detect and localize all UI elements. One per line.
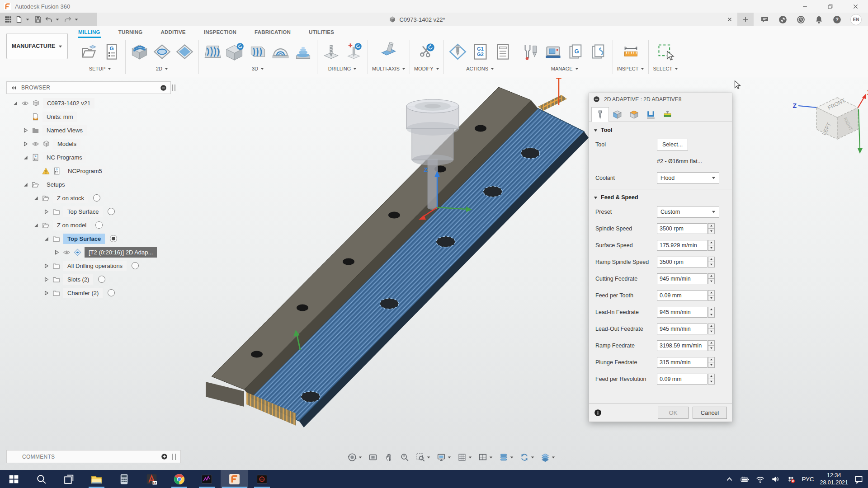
ribbon-group-label-modify[interactable]: MODIFY xyxy=(414,66,439,71)
caret-icon[interactable] xyxy=(75,18,78,21)
tri-closed-icon[interactable] xyxy=(43,290,49,296)
volume-icon[interactable] xyxy=(771,474,780,484)
operation-radio[interactable] xyxy=(132,262,139,269)
dialog-tab-linking-tab[interactable] xyxy=(659,108,676,122)
nav-viewports-button[interactable] xyxy=(477,451,494,463)
nav-display-settings-button[interactable] xyxy=(435,451,452,463)
info-icon[interactable] xyxy=(594,409,602,417)
tree-item-label[interactable]: Units: mm xyxy=(42,112,77,122)
operation-radio[interactable] xyxy=(108,289,115,296)
ribbon-group-label-multi-axis[interactable]: MULTI-AXIS xyxy=(372,66,406,71)
wifi-icon[interactable] xyxy=(755,474,765,484)
plus-circle-icon[interactable] xyxy=(161,453,168,460)
operation-radio[interactable] xyxy=(93,194,100,202)
tree-item-label[interactable]: Models xyxy=(53,139,80,149)
minus-circle-icon[interactable] xyxy=(593,96,600,103)
ribbon-tab-inspection[interactable]: INSPECTION xyxy=(203,27,237,37)
operation-radio[interactable] xyxy=(110,235,117,242)
nav-zoom-tool-button[interactable] xyxy=(399,451,410,463)
tree-item-label[interactable]: NC Programs xyxy=(42,152,86,163)
sync-error-icon[interactable] xyxy=(786,474,796,484)
setup-sheet-button[interactable] xyxy=(493,42,513,61)
spin-down-button[interactable] xyxy=(708,328,715,334)
extensions-icon[interactable] xyxy=(778,15,788,24)
browser-tree-item-named-views[interactable]: Named Views xyxy=(6,123,171,137)
browser-tree-item-nc-programs[interactable]: GNC Programs xyxy=(6,150,171,164)
modify-ext-button[interactable] xyxy=(417,42,436,61)
undo-button[interactable] xyxy=(45,15,53,23)
taskbar-autocad-button[interactable]: LT xyxy=(138,470,165,488)
browser-tree-item-slots-2[interactable]: Slots (2) xyxy=(6,272,171,286)
caret-icon[interactable] xyxy=(448,455,451,459)
browser-tree-item-models[interactable]: Models xyxy=(6,137,171,150)
plunge-feedrate-input[interactable]: 315 mm/min xyxy=(657,357,708,368)
new-tab-button[interactable] xyxy=(737,13,754,26)
chevron-up-icon[interactable] xyxy=(725,474,734,484)
nav-grid-button[interactable] xyxy=(456,451,473,463)
caret-icon[interactable] xyxy=(359,455,362,459)
ramp-spindle-speed-input[interactable]: 3500 rpm xyxy=(657,257,708,267)
operation-radio[interactable] xyxy=(108,208,115,215)
ribbon-group-label-inspect[interactable]: INSPECT xyxy=(617,66,645,71)
spin-down-button[interactable] xyxy=(708,295,715,301)
caret-icon[interactable] xyxy=(489,455,493,459)
spin-down-button[interactable] xyxy=(708,362,715,368)
browser-tree-item-top-surface[interactable]: Top Surface xyxy=(6,232,171,245)
apps-grid-button[interactable] xyxy=(4,15,12,23)
restore-button[interactable] xyxy=(817,0,843,13)
tri-open-icon[interactable] xyxy=(12,100,18,106)
cam-3d-adaptive-button[interactable] xyxy=(203,42,222,61)
eye-icon[interactable] xyxy=(63,249,71,256)
document-tab[interactable]: C0973-1402 v22* xyxy=(97,13,737,26)
cam-3d-spiral-button[interactable] xyxy=(293,42,313,61)
spin-down-button[interactable] xyxy=(708,245,715,251)
dialog-tab-geometry-tab[interactable] xyxy=(609,108,626,122)
caret-icon[interactable] xyxy=(56,18,59,21)
avatar[interactable]: EN xyxy=(850,14,862,25)
collapse-panel-icon[interactable] xyxy=(10,84,17,91)
comments-icon[interactable] xyxy=(760,15,769,24)
simulate-button[interactable] xyxy=(448,42,467,61)
tool-library-button[interactable] xyxy=(521,42,541,61)
gcode-doc-button[interactable]: G xyxy=(102,42,121,61)
tri-open-icon[interactable] xyxy=(33,195,39,201)
tri-open-icon[interactable] xyxy=(23,155,28,160)
browser-tree-item-c0973-1402-v21[interactable]: C0973-1402 v21 xyxy=(6,96,171,110)
caret-icon[interactable] xyxy=(26,18,29,21)
ok-button[interactable]: OK xyxy=(658,407,689,419)
eye-icon[interactable] xyxy=(32,140,39,148)
caret-icon[interactable] xyxy=(552,455,555,459)
battery-icon[interactable] xyxy=(740,474,750,484)
nav-layers-button[interactable] xyxy=(539,451,556,463)
nav-pan-button[interactable] xyxy=(383,451,395,463)
nav-refresh-button[interactable] xyxy=(519,451,535,463)
ribbon-group-label-3d[interactable]: 3D xyxy=(252,66,264,71)
tri-closed-icon[interactable] xyxy=(23,127,28,133)
ramp-feedrate-input[interactable]: 3198.59 mm/min xyxy=(657,340,708,351)
tri-closed-icon[interactable] xyxy=(23,141,28,147)
ribbon-group-label-select[interactable]: SELECT xyxy=(653,66,678,71)
tri-closed-icon[interactable] xyxy=(43,209,49,215)
drill-ext-button[interactable] xyxy=(344,42,363,61)
tri-open-icon[interactable] xyxy=(23,182,28,188)
ribbon-group-label-setup[interactable]: SETUP xyxy=(89,66,112,71)
spin-down-button[interactable] xyxy=(708,262,715,267)
redo-button[interactable] xyxy=(64,15,72,23)
caret-icon[interactable] xyxy=(510,455,514,459)
tree-item-label[interactable]: Top Surface xyxy=(63,206,103,217)
cutting-feedrate-input[interactable]: 945 mm/min xyxy=(657,273,708,284)
taskbar-clock[interactable]: 12:34 28.01.2021 xyxy=(820,472,848,487)
coolant-select[interactable]: Flood xyxy=(657,172,719,184)
browser-tree-item-setups[interactable]: Setups xyxy=(6,178,171,191)
taskbar-chrome-button[interactable] xyxy=(165,470,193,488)
section-header-feed-speed[interactable]: Feed & Speed xyxy=(589,190,732,203)
select-window-button[interactable] xyxy=(656,42,675,61)
tri-closed-icon[interactable] xyxy=(43,263,49,269)
workspace-selector[interactable]: MANUFACTURE xyxy=(6,33,68,59)
save-button[interactable] xyxy=(34,15,42,23)
tree-item-label[interactable]: All Drilling operations xyxy=(63,261,127,271)
setup-new-button[interactable] xyxy=(79,42,99,61)
tri-open-icon[interactable] xyxy=(43,236,49,242)
ribbon-group-label-manage[interactable]: MANAGE xyxy=(551,66,579,71)
tree-item-label[interactable]: NCProgram5 xyxy=(64,166,106,176)
